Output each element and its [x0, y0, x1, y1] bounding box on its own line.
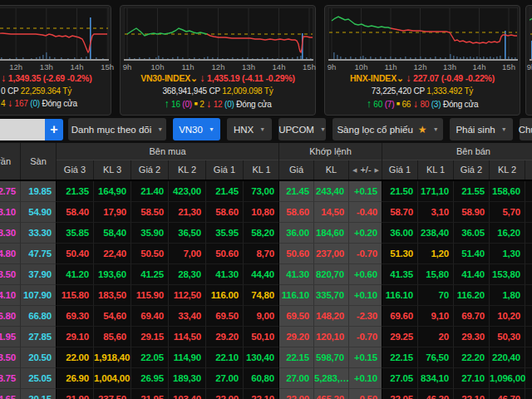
- price-cell[interactable]: 20: [418, 327, 454, 347]
- price-cell[interactable]: 41.30: [279, 264, 314, 285]
- price-cell[interactable]: 74,80: [244, 285, 279, 306]
- price-cell[interactable]: 22.05: [131, 347, 169, 368]
- price-cell[interactable]: [525, 202, 532, 223]
- price-cell[interactable]: [525, 368, 532, 389]
- price-cell[interactable]: 69.50: [206, 306, 244, 327]
- price-cell[interactable]: 46,70: [490, 389, 525, 399]
- price-cell[interactable]: [525, 327, 532, 347]
- table-row[interactable]: 54.8047.7550.4022,4050.507,0050.608,7050…: [0, 244, 532, 264]
- price-cell[interactable]: 14,50: [314, 202, 349, 223]
- price-cell[interactable]: 114,90: [169, 347, 206, 368]
- price-cell[interactable]: 58.40: [57, 202, 94, 223]
- price-cell[interactable]: 58.50: [131, 202, 169, 223]
- price-cell[interactable]: 85,60: [94, 327, 131, 347]
- price-cell[interactable]: -0.70: [349, 244, 382, 264]
- price-cell[interactable]: 41.35: [382, 264, 418, 285]
- price-cell[interactable]: -0.50: [349, 389, 382, 399]
- price-cell[interactable]: 50.50: [131, 244, 169, 264]
- price-cell[interactable]: 335,70: [314, 285, 349, 306]
- price-cell[interactable]: 70: [418, 285, 454, 306]
- price-cell[interactable]: [525, 389, 532, 399]
- price-cell[interactable]: 41.40: [454, 264, 490, 285]
- price-cell[interactable]: 50.60: [206, 244, 244, 264]
- price-cell[interactable]: 1,30: [490, 244, 525, 264]
- toolbar-tab-vn30[interactable]: VN30▼: [173, 118, 220, 140]
- price-cell[interactable]: 116.10: [382, 285, 418, 306]
- price-cell[interactable]: [525, 285, 532, 306]
- price-cell[interactable]: 21,30: [169, 202, 206, 223]
- price-cell[interactable]: 834,10: [418, 368, 454, 389]
- price-cell[interactable]: 69.30: [57, 306, 94, 327]
- price-cell[interactable]: 58.70: [382, 202, 418, 223]
- price-cell[interactable]: 27.05: [382, 368, 418, 389]
- price-cell[interactable]: -0.40: [349, 202, 382, 223]
- price-cell[interactable]: 50,10: [244, 327, 279, 347]
- price-cell[interactable]: -2.30: [349, 306, 382, 327]
- price-cell[interactable]: 5,283,…: [314, 368, 349, 389]
- index-info-text[interactable]: ⌄: [190, 73, 200, 83]
- price-cell[interactable]: 423,00: [169, 181, 206, 202]
- price-cell[interactable]: 21.95: [131, 389, 169, 399]
- price-cell[interactable]: 58,20: [244, 223, 279, 244]
- price-cell[interactable]: 22.20: [454, 347, 490, 368]
- price-cell[interactable]: 29.20: [279, 327, 314, 347]
- price-cell[interactable]: 465,20: [314, 389, 349, 399]
- column-header[interactable]: ◀+/-▶: [349, 160, 382, 180]
- price-cell[interactable]: [525, 181, 532, 202]
- price-cell[interactable]: 220,40: [490, 347, 525, 368]
- price-cell[interactable]: [525, 347, 532, 368]
- price-cell[interactable]: 21.45: [279, 181, 314, 202]
- price-cell[interactable]: 22.05: [382, 389, 418, 399]
- price-cell[interactable]: 22.10: [206, 347, 244, 368]
- price-cell[interactable]: 60,80: [244, 368, 279, 389]
- price-cell[interactable]: 116.20: [454, 285, 490, 306]
- price-cell[interactable]: 1,80: [490, 285, 525, 306]
- price-cell[interactable]: 116.10: [279, 285, 314, 306]
- price-cell[interactable]: 148,20: [314, 306, 349, 327]
- price-cell[interactable]: 58,40: [94, 223, 131, 244]
- price-cell[interactable]: 1,918,40: [94, 347, 131, 368]
- price-cell[interactable]: 50,30: [490, 327, 525, 347]
- price-cell[interactable]: 69.40: [131, 306, 169, 327]
- price-cell[interactable]: 115.80: [57, 285, 94, 306]
- price-cell[interactable]: 22.00: [279, 389, 314, 399]
- price-cell[interactable]: 238,40: [418, 223, 454, 244]
- price-cell[interactable]: 22.15: [279, 347, 314, 368]
- price-cell[interactable]: [525, 306, 532, 327]
- price-cell[interactable]: 22.15: [382, 347, 418, 368]
- toolbar-tab-ph-i-sinh[interactable]: Phái sinh▼: [450, 118, 513, 140]
- price-cell[interactable]: 29.10: [57, 327, 94, 347]
- index-name-dropdown[interactable]: VN30-INDEX: [140, 73, 190, 83]
- price-cell[interactable]: 3,10: [418, 202, 454, 223]
- table-row[interactable]: 23.5020.5022.001,918,4022.05114,9022.101…: [0, 347, 532, 368]
- price-cell[interactable]: 27.00: [279, 368, 314, 389]
- index-info-text[interactable]: ⌄: [397, 73, 406, 83]
- price-cell[interactable]: 237,00: [314, 244, 349, 264]
- price-cell[interactable]: 115.90: [131, 285, 169, 306]
- price-cell[interactable]: 69.50: [279, 306, 314, 327]
- price-cell[interactable]: +0.60: [349, 264, 382, 285]
- price-cell[interactable]: 114,50: [169, 327, 206, 347]
- price-cell[interactable]: 54,60: [94, 306, 131, 327]
- price-cell[interactable]: 33,40: [169, 306, 206, 327]
- price-cell[interactable]: 50.40: [57, 244, 94, 264]
- price-cell[interactable]: 76,50: [418, 347, 454, 368]
- table-row[interactable]: 63.1054.9058.4017,9058.5021,3058.6010,80…: [0, 202, 532, 223]
- price-cell[interactable]: 237,50: [94, 389, 131, 399]
- price-cell[interactable]: 8,70: [244, 244, 279, 264]
- price-cell[interactable]: 35.90: [131, 223, 169, 244]
- price-cell[interactable]: 17,90: [94, 202, 131, 223]
- table-row[interactable]: 43.5037.9041.20193,6041.2528,3041.3044,4…: [0, 264, 532, 285]
- toolbar-tab-upcom[interactable]: UPCOM▼: [278, 118, 326, 140]
- price-cell[interactable]: 51.30: [382, 244, 418, 264]
- price-cell[interactable]: [525, 244, 532, 264]
- price-cell[interactable]: [525, 264, 532, 285]
- price-cell[interactable]: 171,10: [418, 181, 454, 202]
- price-cell[interactable]: 16,20: [490, 223, 525, 244]
- price-cell[interactable]: 26.95: [131, 368, 169, 389]
- price-cell[interactable]: 58.90: [454, 202, 490, 223]
- price-cell[interactable]: 243,40: [314, 181, 349, 202]
- price-cell[interactable]: 46,20: [418, 389, 454, 399]
- price-cell[interactable]: 29.30: [454, 327, 490, 347]
- price-cell[interactable]: 22.10: [454, 389, 490, 399]
